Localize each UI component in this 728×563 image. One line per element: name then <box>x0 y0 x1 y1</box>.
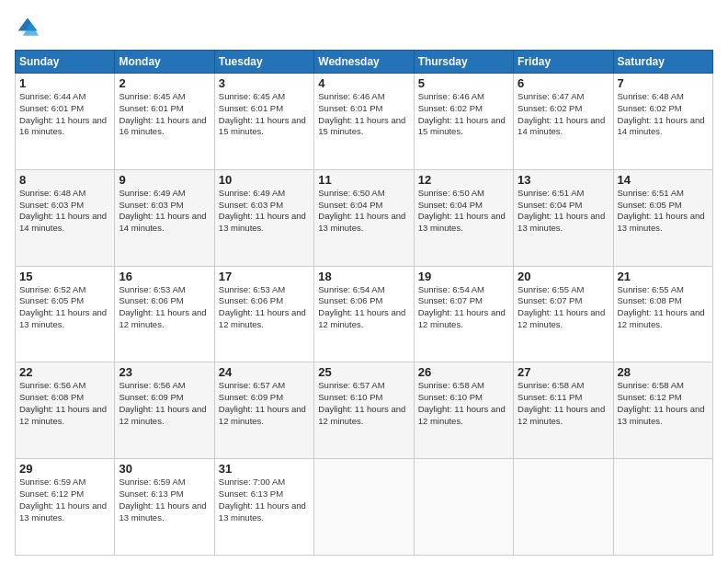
day-number: 22 <box>19 365 110 379</box>
day-number: 31 <box>219 462 310 476</box>
calendar-week-3: 15 Sunrise: 6:52 AMSunset: 6:05 PMDaylig… <box>16 266 713 362</box>
day-number: 5 <box>418 76 509 90</box>
day-number: 13 <box>518 173 609 187</box>
calendar-cell <box>613 459 712 556</box>
day-info: Sunrise: 6:49 AMSunset: 6:03 PMDaylight:… <box>219 188 306 233</box>
calendar-cell: 9 Sunrise: 6:49 AMSunset: 6:03 PMDayligh… <box>115 169 214 266</box>
calendar-cell: 6 Sunrise: 6:47 AMSunset: 6:02 PMDayligh… <box>514 74 613 170</box>
day-header-tuesday: Tuesday <box>214 51 313 74</box>
day-number: 4 <box>318 76 409 90</box>
day-number: 18 <box>318 270 409 283</box>
day-info: Sunrise: 6:53 AMSunset: 6:06 PMDaylight:… <box>219 284 306 329</box>
day-info: Sunrise: 6:54 AMSunset: 6:07 PMDaylight:… <box>418 284 506 329</box>
day-number: 27 <box>518 365 609 379</box>
day-info: Sunrise: 6:48 AMSunset: 6:02 PMDaylight:… <box>618 91 705 136</box>
calendar-cell: 14 Sunrise: 6:51 AMSunset: 6:05 PMDaylig… <box>613 169 712 266</box>
day-info: Sunrise: 6:59 AMSunset: 6:12 PMDaylight:… <box>19 477 107 522</box>
day-header-friday: Friday <box>514 51 613 74</box>
day-info: Sunrise: 6:53 AMSunset: 6:06 PMDaylight:… <box>119 284 206 329</box>
day-info: Sunrise: 6:45 AMSunset: 6:01 PMDaylight:… <box>119 91 206 136</box>
day-number: 10 <box>219 173 310 187</box>
calendar-cell: 26 Sunrise: 6:58 AMSunset: 6:10 PMDaylig… <box>414 362 513 459</box>
day-info: Sunrise: 6:55 AMSunset: 6:07 PMDaylight:… <box>518 284 605 329</box>
day-number: 2 <box>119 76 210 90</box>
calendar-cell: 2 Sunrise: 6:45 AMSunset: 6:01 PMDayligh… <box>115 74 214 170</box>
day-info: Sunrise: 6:58 AMSunset: 6:10 PMDaylight:… <box>418 380 506 425</box>
calendar-week-5: 29 Sunrise: 6:59 AMSunset: 6:12 PMDaylig… <box>16 459 713 556</box>
calendar-cell: 12 Sunrise: 6:50 AMSunset: 6:04 PMDaylig… <box>414 169 513 266</box>
day-number: 3 <box>219 76 310 90</box>
calendar-cell: 11 Sunrise: 6:50 AMSunset: 6:04 PMDaylig… <box>314 169 414 266</box>
calendar-cell: 3 Sunrise: 6:45 AMSunset: 6:01 PMDayligh… <box>214 74 313 170</box>
calendar-cell: 22 Sunrise: 6:56 AMSunset: 6:08 PMDaylig… <box>16 362 115 459</box>
calendar-cell: 23 Sunrise: 6:56 AMSunset: 6:09 PMDaylig… <box>115 362 214 459</box>
day-info: Sunrise: 6:56 AMSunset: 6:08 PMDaylight:… <box>19 380 107 425</box>
calendar-cell: 4 Sunrise: 6:46 AMSunset: 6:01 PMDayligh… <box>314 74 414 170</box>
day-number: 8 <box>19 173 110 187</box>
day-number: 30 <box>119 462 210 476</box>
day-info: Sunrise: 6:55 AMSunset: 6:08 PMDaylight:… <box>618 284 705 329</box>
calendar-cell: 27 Sunrise: 6:58 AMSunset: 6:11 PMDaylig… <box>514 362 613 459</box>
day-info: Sunrise: 6:44 AMSunset: 6:01 PMDaylight:… <box>19 91 107 136</box>
calendar-table: SundayMondayTuesdayWednesdayThursdayFrid… <box>15 50 713 556</box>
day-info: Sunrise: 6:58 AMSunset: 6:11 PMDaylight:… <box>518 380 605 425</box>
day-info: Sunrise: 6:51 AMSunset: 6:04 PMDaylight:… <box>518 188 605 233</box>
calendar-cell <box>414 459 513 556</box>
day-number: 24 <box>219 365 310 379</box>
day-info: Sunrise: 6:59 AMSunset: 6:13 PMDaylight:… <box>119 477 206 522</box>
day-info: Sunrise: 6:46 AMSunset: 6:01 PMDaylight:… <box>318 91 405 136</box>
calendar-cell: 30 Sunrise: 6:59 AMSunset: 6:13 PMDaylig… <box>115 459 214 556</box>
day-number: 15 <box>19 270 110 283</box>
day-info: Sunrise: 6:46 AMSunset: 6:02 PMDaylight:… <box>418 91 506 136</box>
calendar-cell: 1 Sunrise: 6:44 AMSunset: 6:01 PMDayligh… <box>16 74 115 170</box>
calendar-week-1: 1 Sunrise: 6:44 AMSunset: 6:01 PMDayligh… <box>16 74 713 170</box>
day-number: 1 <box>19 76 110 90</box>
day-header-wednesday: Wednesday <box>314 51 414 74</box>
day-number: 7 <box>618 76 709 90</box>
calendar-cell: 24 Sunrise: 6:57 AMSunset: 6:09 PMDaylig… <box>214 362 313 459</box>
day-number: 21 <box>618 270 709 283</box>
day-number: 28 <box>618 365 709 379</box>
calendar-cell: 15 Sunrise: 6:52 AMSunset: 6:05 PMDaylig… <box>16 266 115 362</box>
day-header-thursday: Thursday <box>414 51 513 74</box>
calendar-week-2: 8 Sunrise: 6:48 AMSunset: 6:03 PMDayligh… <box>16 169 713 266</box>
day-number: 29 <box>19 462 110 476</box>
calendar-cell: 29 Sunrise: 6:59 AMSunset: 6:12 PMDaylig… <box>16 459 115 556</box>
day-info: Sunrise: 6:50 AMSunset: 6:04 PMDaylight:… <box>318 188 405 233</box>
day-info: Sunrise: 6:49 AMSunset: 6:03 PMDaylight:… <box>119 188 206 233</box>
calendar-cell: 28 Sunrise: 6:58 AMSunset: 6:12 PMDaylig… <box>613 362 712 459</box>
day-number: 6 <box>518 76 609 90</box>
calendar-header-row: SundayMondayTuesdayWednesdayThursdayFrid… <box>16 51 713 74</box>
calendar-cell: 18 Sunrise: 6:54 AMSunset: 6:06 PMDaylig… <box>314 266 414 362</box>
day-number: 11 <box>318 173 409 187</box>
day-number: 23 <box>119 365 210 379</box>
day-info: Sunrise: 6:50 AMSunset: 6:04 PMDaylight:… <box>418 188 506 233</box>
day-number: 25 <box>318 365 409 379</box>
calendar-cell <box>514 459 613 556</box>
day-info: Sunrise: 6:58 AMSunset: 6:12 PMDaylight:… <box>618 380 705 425</box>
calendar-cell: 20 Sunrise: 6:55 AMSunset: 6:07 PMDaylig… <box>514 266 613 362</box>
calendar-cell: 17 Sunrise: 6:53 AMSunset: 6:06 PMDaylig… <box>214 266 313 362</box>
day-number: 12 <box>418 173 509 187</box>
day-number: 14 <box>618 173 709 187</box>
page: SundayMondayTuesdayWednesdayThursdayFrid… <box>0 0 728 563</box>
day-info: Sunrise: 6:54 AMSunset: 6:06 PMDaylight:… <box>318 284 405 329</box>
calendar-cell: 25 Sunrise: 6:57 AMSunset: 6:10 PMDaylig… <box>314 362 414 459</box>
day-number: 19 <box>418 270 509 283</box>
day-info: Sunrise: 6:47 AMSunset: 6:02 PMDaylight:… <box>518 91 605 136</box>
calendar-cell: 19 Sunrise: 6:54 AMSunset: 6:07 PMDaylig… <box>414 266 513 362</box>
calendar-cell: 31 Sunrise: 7:00 AMSunset: 6:13 PMDaylig… <box>214 459 313 556</box>
day-number: 9 <box>119 173 210 187</box>
day-info: Sunrise: 7:00 AMSunset: 6:13 PMDaylight:… <box>219 477 306 522</box>
header <box>15 15 713 40</box>
day-info: Sunrise: 6:45 AMSunset: 6:01 PMDaylight:… <box>219 91 306 136</box>
day-header-sunday: Sunday <box>16 51 115 74</box>
day-number: 26 <box>418 365 509 379</box>
day-info: Sunrise: 6:57 AMSunset: 6:09 PMDaylight:… <box>219 380 306 425</box>
day-info: Sunrise: 6:51 AMSunset: 6:05 PMDaylight:… <box>618 188 705 233</box>
day-header-saturday: Saturday <box>613 51 712 74</box>
logo-icon <box>15 15 40 40</box>
calendar-week-4: 22 Sunrise: 6:56 AMSunset: 6:08 PMDaylig… <box>16 362 713 459</box>
calendar-cell <box>314 459 414 556</box>
day-info: Sunrise: 6:52 AMSunset: 6:05 PMDaylight:… <box>19 284 107 329</box>
